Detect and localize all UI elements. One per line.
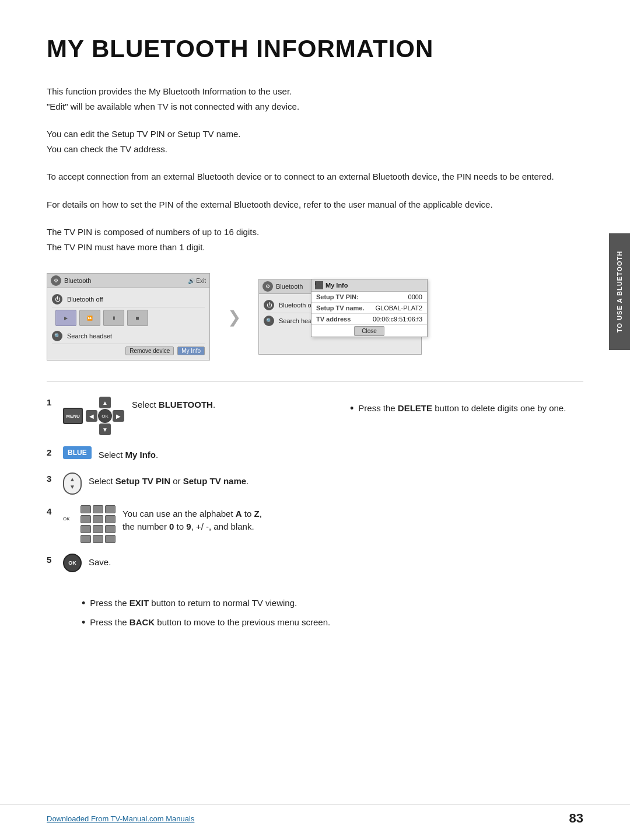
intro-block-2: You can edit the Setup TV PIN or Setup T… bbox=[47, 127, 583, 156]
close-button[interactable]: Close bbox=[354, 326, 384, 336]
icon-sq-3: ⏸ bbox=[103, 310, 124, 326]
blue-button-icon: BLUE bbox=[63, 446, 92, 459]
screen-left-exit: 🔊 Exit bbox=[188, 278, 206, 284]
key-3 bbox=[80, 525, 91, 533]
screen-left-body: ⏻ Bluetooth off ▶ ⏩ ⏸ ⏹ 🔍 Search headset… bbox=[47, 288, 209, 360]
bullet-dot-b1: • bbox=[82, 597, 85, 610]
pin-value: 0000 bbox=[408, 293, 422, 300]
popup-close-area: Close bbox=[312, 325, 427, 337]
step-5-ok-icon: OK bbox=[63, 554, 82, 572]
step-3-icons: ▲ ▼ bbox=[63, 473, 82, 495]
screen-left-search: 🔍 Search headset bbox=[52, 328, 205, 344]
scroll-down-arrow: ▼ bbox=[69, 484, 75, 490]
screen-left-topbar: ⚙ Bluetooth 🔊 Exit bbox=[47, 274, 209, 288]
icon-sq-4: ⏹ bbox=[127, 310, 148, 326]
step-4-ok-icon: OK bbox=[63, 516, 78, 531]
power-icon: ⏻ bbox=[52, 294, 62, 304]
steps-left-col: 1 MENU ▲ ◀ OK ▶ ▼ bbox=[47, 396, 327, 583]
screen-left-title-area: ⚙ Bluetooth bbox=[51, 275, 91, 286]
popup-row-address: TV address 00:06:c9:51:06:f3 bbox=[312, 314, 427, 325]
screen-right-title-area: ⚙ Bluetooth bbox=[262, 281, 303, 292]
intro-block-4: For details on how to set the PIN of the… bbox=[47, 197, 583, 212]
key-11 bbox=[105, 525, 116, 533]
step-2: 2 BLUE Select My Info. bbox=[47, 446, 327, 462]
step-4-bold-9: 9 bbox=[186, 522, 191, 531]
step-1-text: Select BLUETOOTH. bbox=[132, 398, 215, 412]
tv-name-value: GLOBAL-PLAT2 bbox=[376, 304, 423, 312]
mid-divider bbox=[47, 382, 583, 382]
step-5: 5 OK Save. bbox=[47, 554, 327, 572]
step-4-icons: OK bbox=[63, 505, 116, 543]
nav-down-icon: ▼ bbox=[99, 424, 111, 435]
page-content: MY BLUETOOTH INFORMATION This function p… bbox=[0, 0, 630, 659]
intro-para2-line1: You can edit the Setup TV PIN or Setup T… bbox=[47, 127, 583, 142]
key-4 bbox=[80, 535, 91, 543]
intro-block-3: To accept connection from an external Bl… bbox=[47, 169, 583, 184]
screen-left-title: Bluetooth bbox=[64, 277, 91, 284]
key-8 bbox=[93, 535, 103, 543]
my-info-btn-left[interactable]: My Info bbox=[177, 346, 205, 355]
intro-block-1: This function provides the My Bluetooth … bbox=[47, 84, 583, 114]
right-bullet-1-text: Press the DELETE button to delete digits… bbox=[358, 402, 566, 415]
footer-bar: Downloaded From TV-Manual.com Manuals 83 bbox=[0, 804, 630, 826]
screen-right-wrapper: ⚙ Bluetooth 🔊 Exit ⏻ Bluetooth off 🔍 bbox=[258, 279, 445, 355]
remote-keypad-icon bbox=[80, 505, 116, 543]
intro-para5-line1: The TV PIN is composed of numbers of up … bbox=[47, 225, 583, 240]
power-icon-right: ⏻ bbox=[264, 300, 274, 310]
tv-name-label: Setup TV name. bbox=[316, 304, 365, 312]
step-3-bold1: Setup TV PIN bbox=[116, 476, 170, 486]
delete-bold: DELETE bbox=[398, 403, 432, 413]
tv-address-value: 00:06:c9:51:06:f3 bbox=[373, 316, 422, 323]
footer-link[interactable]: Downloaded From TV-Manual.com Manuals bbox=[47, 814, 194, 823]
intro-para2-line2: You can check the TV address. bbox=[47, 142, 583, 157]
step-3-bold2: Setup TV name bbox=[183, 476, 246, 486]
intro-block-5: The TV PIN is composed of numbers of up … bbox=[47, 225, 583, 254]
screen-left-panel: ⚙ Bluetooth 🔊 Exit ⏻ Bluetooth off ▶ ⏩ ⏸ bbox=[47, 273, 210, 360]
step-5-text: Save. bbox=[89, 556, 111, 569]
remote-col-1 bbox=[80, 505, 91, 543]
pin-label: Setup TV PIN: bbox=[316, 293, 359, 300]
intro-para3: To accept connection from an external Bl… bbox=[47, 169, 583, 184]
key-6 bbox=[93, 515, 103, 523]
bottom-bullet-2: • Press the BACK button to move to the p… bbox=[82, 616, 583, 629]
steps-columns: 1 MENU ▲ ◀ OK ▶ ▼ bbox=[47, 396, 583, 583]
icon-sq-2: ⏩ bbox=[79, 310, 100, 326]
popup-row-pin: Setup TV PIN: 0000 bbox=[312, 292, 427, 303]
step-4-bold-A: A bbox=[236, 509, 242, 519]
bottom-bullet-2-text: Press the BACK button to move to the pre… bbox=[90, 616, 330, 629]
nav-cross-icon: ▲ ◀ OK ▶ ▼ bbox=[85, 396, 125, 436]
step-1: 1 MENU ▲ ◀ OK ▶ ▼ bbox=[47, 396, 327, 436]
remove-device-btn[interactable]: Remove device bbox=[125, 346, 174, 355]
step-2-icons: BLUE bbox=[63, 446, 92, 459]
screen-left-icons-row: ▶ ⏩ ⏸ ⏹ bbox=[52, 307, 205, 328]
exit-bold: EXIT bbox=[130, 598, 149, 608]
step-2-number: 2 bbox=[47, 447, 56, 457]
step-3-text: Select Setup TV PIN or Setup TV name. bbox=[89, 475, 249, 488]
step-5-number: 5 bbox=[47, 555, 56, 565]
popup-row-name: Setup TV name. GLOBAL-PLAT2 bbox=[312, 303, 427, 314]
nav-up-icon: ▲ bbox=[99, 397, 111, 408]
arrow-symbol: ❯ bbox=[228, 307, 241, 327]
bottom-bullets: • Press the EXIT button to return to nor… bbox=[47, 597, 583, 630]
search-icon-right: 🔍 bbox=[264, 316, 274, 326]
step-1-number: 1 bbox=[47, 397, 56, 407]
step-4-bold-0: 0 bbox=[169, 522, 174, 531]
side-tab: TO USE A BLUETOOTH bbox=[609, 233, 630, 350]
step-3-number: 3 bbox=[47, 474, 56, 484]
steps-right-col: • Press the DELETE button to delete digi… bbox=[327, 396, 583, 583]
icon-sq-1: ▶ bbox=[55, 310, 76, 326]
step-1-icons: MENU ▲ ◀ OK ▶ ▼ bbox=[63, 396, 125, 436]
key-10 bbox=[105, 515, 116, 523]
back-bold: BACK bbox=[130, 617, 155, 627]
step-4-bold-Z: Z bbox=[254, 509, 259, 519]
screen-left-buttons: Remove device My Info bbox=[52, 344, 205, 356]
my-info-popup: i My Info Setup TV PIN: 0000 Setup TV na… bbox=[311, 279, 428, 337]
key-1 bbox=[80, 505, 91, 513]
nav-center-icon: OK bbox=[98, 409, 112, 423]
scroll-icon: ▲ ▼ bbox=[63, 473, 82, 495]
popup-title-bar: i My Info bbox=[312, 279, 427, 292]
search-icon-left: 🔍 bbox=[52, 331, 62, 341]
bottom-bullet-1-text: Press the EXIT button to return to norma… bbox=[90, 597, 297, 610]
menu-button-icon: MENU bbox=[63, 408, 83, 424]
step-4-number: 4 bbox=[47, 506, 56, 516]
